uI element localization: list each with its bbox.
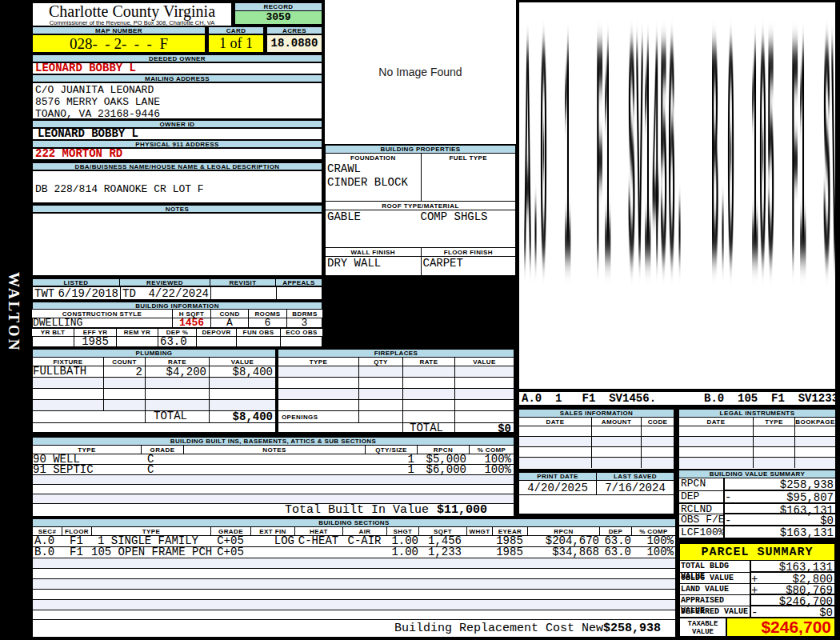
mailing-address-label: MAILING ADDRESS <box>32 74 322 82</box>
empty-row <box>679 436 835 446</box>
record-box: RECORD 3059 <box>234 2 322 25</box>
taxable-value: $246,700 <box>726 618 834 636</box>
listed-label: LISTED <box>32 278 120 286</box>
depovr-label: DEPOVR <box>196 328 236 336</box>
empty-row <box>679 426 835 436</box>
count-label: COUNT <box>103 358 145 366</box>
plumbing-label: PLUMBING <box>33 350 275 358</box>
parcel-row: LAND VALUE + $80,769 <box>680 583 834 594</box>
cond-value: A <box>210 318 248 327</box>
built-ins-total-value: $11,000 <box>429 503 490 517</box>
roof-type-label: ROOF TYPE/MATERIAL <box>326 201 515 210</box>
acres-label: ACRES <box>266 26 322 34</box>
owner-id-value: LEONARD BOBBY L <box>32 128 322 140</box>
fp-value-label: VALUE <box>454 358 514 366</box>
bdrms-label: BDRMS <box>286 310 322 318</box>
fixture-value: FULLBATH <box>33 366 103 377</box>
sketch-drawing: A.0 1 F1 SV1456.B.0 105 F1 SV1233. <box>524 6 836 359</box>
rooms-value: 6 <box>248 318 286 327</box>
parcel-row: APPRAISED VALUE $246,700 <box>680 594 834 606</box>
map-number-label: MAP NUMBER <box>32 26 206 34</box>
plumbing-total-value: $8,400 <box>209 411 275 422</box>
bvs-row: DEP - $95,807 <box>679 490 835 502</box>
physical-address-value: 222 MORTON RD <box>32 148 322 160</box>
record-value: 3059 <box>234 11 322 25</box>
effyr-value: 1985 <box>74 337 116 346</box>
built-ins-total-label: Total Built In Value <box>285 503 429 517</box>
bdrms-value: 3 <box>286 318 322 327</box>
fireplaces-total-value: $0 <box>454 423 514 434</box>
built-ins-row: 91 SEPTIC C 1 $6,000 100% <box>33 464 514 474</box>
building-sections-box: BUILDING SECTIONS SEC# FLOOR TYPE GRADE … <box>32 518 676 638</box>
wall-finish-label: WALL FINISH <box>326 247 421 256</box>
empty-row <box>278 377 514 388</box>
fireplaces-total-label: TOTAL <box>402 423 454 434</box>
foundation-line: CINDER BLOCK <box>327 176 421 190</box>
rate-label: RATE <box>145 358 209 366</box>
legal-instruments-box: LEGAL INSTRUMENTS DATE TYPE BOOKPAGE <box>678 409 836 470</box>
fuel-type-value <box>421 162 516 201</box>
fireplaces-box: FIREPLACES TYPE QTY RATE VALUE OPENINGS … <box>278 349 514 433</box>
building-value-summary-box: BUILDING VALUE SUMMARY RPCN $258,938 DEP… <box>678 470 836 538</box>
last-saved-label: LAST SAVED <box>597 473 674 481</box>
empty-row <box>33 399 275 410</box>
ecoobs-value <box>280 337 322 346</box>
plumbing-row: FULLBATH 2 $4,200 $8,400 <box>33 366 275 377</box>
bvs-row: RCLND $163,131 <box>679 502 835 514</box>
built-ins-box: BUILDING BUILT INS, BASEMENTS, ATTICS & … <box>32 437 514 517</box>
empty-row <box>519 457 674 468</box>
year-header-row: YR BLT EFF YR REM YR DEP % DEPOVR FUN OB… <box>32 328 322 336</box>
building-sections-label: BUILDING SECTIONS <box>33 519 675 527</box>
roof-type-value: GABLE <box>326 210 421 247</box>
taxable-value-label: TAXABLE VALUE <box>680 618 726 636</box>
county-subtitle: Commissioner of the Revenue, PO Box 308,… <box>33 19 231 26</box>
empty-row <box>33 568 675 578</box>
hsqft-value: 1456 <box>172 318 210 327</box>
sketch-label-b: B.0 105 F1 SV1233. <box>704 392 840 405</box>
ecoobs-label: ECO OBS <box>280 328 322 336</box>
fp-rate-label: RATE <box>402 358 454 366</box>
floor-finish-value: CARPET <box>421 257 516 291</box>
fuel-type-label: FUEL TYPE <box>421 154 516 162</box>
building-sections-footer: Building Replacement Cost New $258,938 <box>33 619 675 636</box>
sketch-label-row: A.0 1 F1 SV1456. B.0 105 F1 SV1233. <box>518 391 836 406</box>
county-title-box: Charlotte County Virginia Commissioner o… <box>32 2 232 26</box>
appeals-value <box>276 287 322 299</box>
openings-label: OPENINGS <box>278 411 358 422</box>
print-date-label: PRINT DATE <box>519 473 597 481</box>
value-value: $8,400 <box>209 366 275 377</box>
built-ins-total-row: Total Built In Value $11,000 <box>33 503 514 516</box>
dep-value: 63.0 <box>158 337 196 346</box>
listed-header-row: LISTED REVIEWED REVISIT APPEALS <box>32 278 322 286</box>
foundation-label: FOUNDATION <box>326 154 421 162</box>
plumbing-total-row: TOTAL $8,400 <box>33 410 275 422</box>
no-image-found-text: No Image Found <box>325 66 516 78</box>
fireplaces-label: FIREPLACES <box>278 350 514 358</box>
listed-value: TWT6/19/2018 <box>33 287 120 299</box>
floor-finish-label: FLOOR FINISH <box>421 247 516 256</box>
empty-row <box>679 446 835 457</box>
built-ins-label: BUILDING BUILT INS, BASEMENTS, ATTICS & … <box>33 438 514 446</box>
empty-row <box>33 377 275 388</box>
fp-qty-label: QTY <box>358 358 402 366</box>
empty-row <box>679 457 835 468</box>
dba-legal-value: DB 228/814 ROANOKE CR LOT F <box>33 171 322 195</box>
reviewed-value: TD4/22/2024 <box>120 287 210 299</box>
roof-material-value: COMP SHGLS <box>421 210 516 247</box>
empty-row <box>33 610 675 619</box>
mailing-line: 8576 MERRY OAKS LANE <box>35 96 322 108</box>
remyr-label: REM YR <box>116 328 158 336</box>
year-value-row: 1985 63.0 <box>32 336 322 347</box>
dep-label: DEP % <box>158 328 196 336</box>
foundation-line: CRAWL <box>327 162 421 176</box>
sales-information-box: SALES INFORMATION DATE AMOUNT CODE <box>518 409 674 470</box>
revisit-label: REVISIT <box>210 278 276 286</box>
legal-instruments-label: LEGAL INSTRUMENTS <box>679 410 835 418</box>
notes-box <box>32 213 322 276</box>
appeals-label: APPEALS <box>276 278 322 286</box>
building-section-row: A.0 F1 1 SINGLE FAMILY C+05 LOG C-HEAT C… <box>33 535 675 546</box>
fp-type-label: TYPE <box>278 358 358 366</box>
construction-header-row: CONSTRUCTION STYLE H SQFT COND ROOMS BDR… <box>32 310 322 318</box>
bvs-row: LCF100% $163,131 <box>679 525 835 538</box>
empty-row <box>33 422 275 434</box>
